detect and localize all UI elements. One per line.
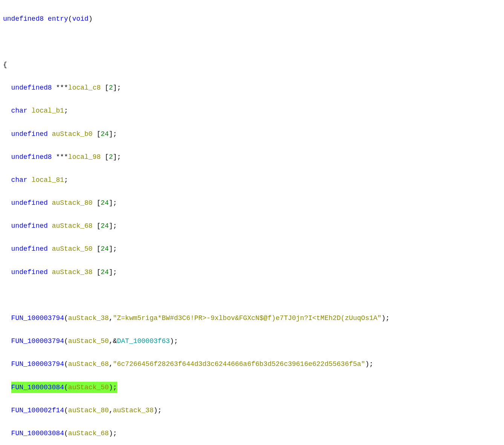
code-line: FUN_100002f14(auStack_80,auStack_38); <box>0 405 504 416</box>
function-name[interactable]: entry <box>48 15 68 23</box>
code-line-highlighted[interactable]: FUN_100003084(auStack_50); <box>0 382 504 393</box>
code-line: FUN_100003794(auStack_68,"6c7266456f2826… <box>0 358 504 370</box>
function-call[interactable]: FUN_100003794 <box>11 314 64 322</box>
code-line: char local_81; <box>0 174 504 186</box>
xref[interactable]: DAT_100003f63 <box>117 337 170 345</box>
function-call[interactable]: FUN_100003084 <box>11 430 64 437</box>
code-line <box>0 36 504 48</box>
code-line: undefined auStack_80 [24]; <box>0 197 504 209</box>
function-call[interactable]: FUN_100003794 <box>11 337 64 345</box>
code-line: FUN_100003794(auStack_38,"Z=kwm5riga*BW#… <box>0 312 504 324</box>
code-line: FUN_100003084(auStack_68); <box>0 428 504 439</box>
code-line: FUN_100003794(auStack_50,&DAT_100003f63)… <box>0 335 504 347</box>
decompiled-code: undefined8 entry(void) { undefined8 ***l… <box>0 0 504 445</box>
code-line: undefined8 ***local_c8 [2]; <box>0 82 504 94</box>
code-line: undefined auStack_68 [24]; <box>0 220 504 232</box>
code-line: undefined8 ***local_98 [2]; <box>0 151 504 163</box>
function-call[interactable]: FUN_100002f14 <box>11 407 64 414</box>
code-line: undefined auStack_38 [24]; <box>0 267 504 278</box>
type-keyword: undefined8 <box>3 15 44 23</box>
code-line: undefined auStack_b0 [24]; <box>0 128 504 140</box>
code-line: undefined8 entry(void) <box>0 13 504 25</box>
function-call[interactable]: FUN_100003084 <box>11 384 64 391</box>
code-line: char local_b1; <box>0 105 504 117</box>
code-line <box>0 290 504 301</box>
function-call[interactable]: FUN_100003794 <box>11 360 64 368</box>
string-literal: "6c7266456f28263f644d3d3c6244666a6f6b3d5… <box>113 360 365 368</box>
string-literal: "Z=kwm5riga*BW#d3C6!PR>-9xlbov&FGXcN$@f)… <box>113 314 382 322</box>
code-line: { <box>0 59 504 71</box>
code-line: undefined auStack_50 [24]; <box>0 243 504 255</box>
